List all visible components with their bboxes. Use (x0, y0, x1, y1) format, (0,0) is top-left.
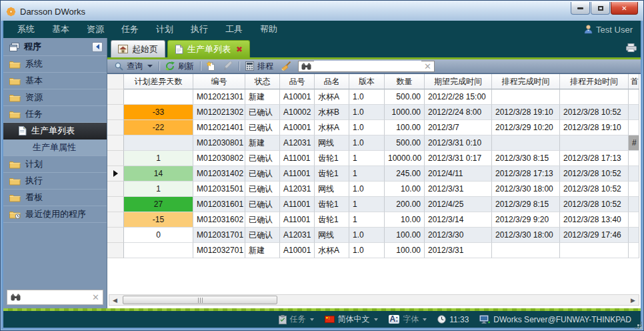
restore-button[interactable] (591, 2, 610, 15)
menu-item-3[interactable]: 任务 (113, 21, 147, 38)
table-row[interactable]: -33M012021302已确认A10002水杯B1.01000.002012/… (107, 105, 641, 120)
row-selector[interactable] (107, 243, 124, 258)
menu-item-5[interactable]: 执行 (182, 21, 217, 38)
column-header-version[interactable]: 版本 (349, 74, 385, 89)
column-header-extra[interactable]: 首 (629, 74, 639, 89)
sidebar: 程序 系统基本资源任务生产单列表生产单属性计划执行看板最近使用的程序 ✕ (3, 38, 107, 308)
current-row-marker[interactable] (107, 166, 124, 182)
sidebar-search-input[interactable] (24, 292, 89, 303)
column-header-item_no[interactable]: 品号 (280, 74, 315, 89)
toolbar-search-input[interactable] (314, 61, 421, 71)
row-selector[interactable] (107, 135, 124, 151)
toolbar-search-clear-icon[interactable]: ✕ (424, 61, 431, 71)
cell-diff: 14 (124, 166, 193, 182)
sidebar-item-6[interactable]: 计划 (3, 156, 107, 173)
sidebar-item-0[interactable]: 系统 (3, 56, 107, 73)
status-item-label: 字体 (403, 314, 419, 325)
sidebar-item-8[interactable]: 看板 (3, 190, 107, 206)
sidebar-item-1[interactable]: 基本 (3, 73, 107, 89)
close-button[interactable]: ✕ (611, 2, 638, 15)
row-selector[interactable] (107, 228, 124, 243)
scroll-left-icon[interactable]: ◀ (109, 295, 121, 305)
table-row[interactable]: 1M012031501已确认A12031网线1.010.002012/3/312… (107, 182, 641, 197)
cell-item_no: A11001 (280, 151, 315, 166)
table-row[interactable]: -15M012031602已确认A11001齿轮1110.002012/3/14… (107, 212, 641, 228)
column-header-no[interactable]: 编号 (193, 74, 245, 89)
table-row[interactable]: M012032701新建A10001水杯A1.0100.002012/3/31 (107, 243, 641, 258)
schedule-button[interactable]: 排程 (241, 60, 277, 73)
column-header-status[interactable]: 状态 (245, 74, 280, 89)
menu-item-2[interactable]: 资源 (78, 21, 113, 38)
column-header-due[interactable]: 期望完成时间 (425, 74, 492, 89)
clean-button[interactable] (277, 60, 295, 73)
sidebar-item-label: 执行 (25, 175, 43, 187)
sidebar-item-3[interactable]: 任务 (3, 106, 107, 123)
row-selector[interactable] (107, 182, 124, 197)
status-item-1[interactable]: 简体中文 (325, 314, 378, 325)
row-selector[interactable] (107, 212, 124, 228)
menu-item-1[interactable]: 基本 (43, 21, 78, 38)
cell-qty: 10.00 (385, 182, 425, 197)
scrollbar-thumb[interactable] (123, 296, 277, 304)
column-header-sched_end[interactable]: 排程完成时间 (492, 74, 560, 89)
sidebar-collapse-button[interactable] (92, 42, 103, 52)
refresh-label: 刷新 (178, 61, 194, 72)
edit-button[interactable] (219, 60, 237, 73)
menu-item-7[interactable]: 帮助 (251, 21, 286, 38)
row-selector[interactable] (107, 89, 124, 105)
row-selector[interactable] (107, 197, 124, 212)
cell-status: 已确认 (245, 120, 280, 135)
column-header-qty[interactable]: 数量 (385, 74, 425, 89)
tab-close-icon[interactable]: ✖ (236, 45, 243, 54)
toolbar: 查询 刷新 (107, 59, 641, 73)
column-header-item_name[interactable]: 品名 (315, 74, 349, 89)
sidebar-header-label: 程序 (24, 41, 41, 53)
sidebar-item-9[interactable]: 最近使用的程序 (3, 206, 107, 223)
sidebar-header-programs[interactable]: 程序 (3, 38, 107, 56)
column-header-sched_start[interactable]: 排程开始时间 (560, 74, 629, 89)
tab-strip: 起始页 生产单列表 ✖ (107, 38, 641, 57)
cell-sched_start: 2012/3/28 10:52 (560, 182, 629, 197)
table-row[interactable]: 27M012031601已确认A11001齿轮11200.002012/4/25… (107, 197, 641, 212)
cell-version: 1.0 (349, 228, 385, 243)
menu-item-4[interactable]: 计划 (147, 21, 182, 38)
scroll-right-icon[interactable]: ▶ (627, 295, 639, 305)
row-selector[interactable] (107, 105, 124, 120)
status-item-0[interactable]: 任务 (279, 314, 314, 325)
cell-sched_start: 2012/3/28 19:10 (560, 120, 629, 135)
cell-version: 1 (349, 166, 385, 182)
new-button[interactable] (203, 60, 219, 73)
table-row[interactable]: M012030801新建A12031网线1.0500.002012/3/31 0… (107, 135, 641, 151)
printer-icon[interactable] (626, 43, 637, 52)
horizontal-scrollbar[interactable]: ◀ ▶ (109, 294, 639, 306)
cell-no: M012031601 (193, 197, 245, 212)
row-selector[interactable] (107, 120, 124, 135)
resize-grip[interactable] (640, 327, 642, 329)
chevron-down-icon (310, 318, 314, 321)
table-row[interactable]: 0M012031701已确认A12031网线1.0100.002012/3/30… (107, 228, 641, 243)
cell-qty: 100.00 (385, 243, 425, 258)
cell-qty: 100.00 (385, 120, 425, 135)
row-selector[interactable] (107, 151, 124, 166)
cell-due: 2012/3/7 (425, 120, 492, 135)
sidebar-search-clear-icon[interactable]: ✕ (92, 292, 99, 302)
user-chip[interactable]: Test User (584, 25, 635, 35)
query-button[interactable]: 查询 (111, 60, 157, 73)
menu-item-0[interactable]: 系统 (9, 21, 43, 38)
tab-production-order-list[interactable]: 生产单列表 ✖ (167, 40, 250, 57)
sidebar-item-2[interactable]: 资源 (3, 89, 107, 106)
status-item-2[interactable]: A:字体 (389, 314, 427, 325)
table-row[interactable]: 1M012030802已确认A11001齿轮1110000.002012/3/3… (107, 151, 641, 166)
menu-item-6[interactable]: 工具 (217, 21, 251, 38)
table-row[interactable]: 14M012031402已确认A11001齿轮11245.002012/4/11… (107, 166, 641, 182)
table-row[interactable]: -22M012021401已确认A10001水杯A1.0100.002012/3… (107, 120, 641, 135)
refresh-button[interactable]: 刷新 (161, 60, 198, 73)
minimize-button[interactable] (571, 2, 590, 15)
cell-extra (629, 243, 639, 258)
sidebar-item-5[interactable]: 生产单属性 (3, 139, 107, 156)
table-row[interactable]: M012021301新建A10001水杯A1.0500.002012/2/28 … (107, 89, 641, 105)
sidebar-item-4[interactable]: 生产单列表 (3, 123, 107, 139)
tab-start-page[interactable]: 起始页 (111, 40, 165, 57)
column-header-diff[interactable]: 计划差异天数 (124, 74, 193, 89)
sidebar-item-7[interactable]: 执行 (3, 173, 107, 190)
